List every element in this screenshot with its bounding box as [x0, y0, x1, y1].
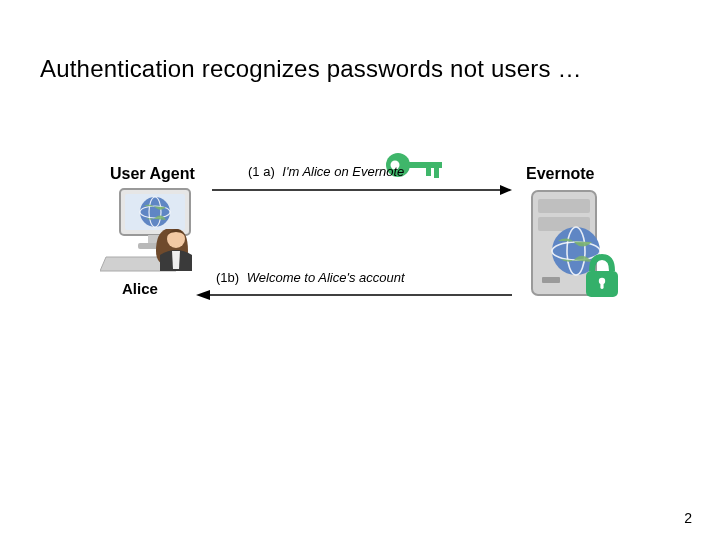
label-alice: Alice: [122, 280, 158, 297]
message-1b-text: (1b) Welcome to Alice's account: [216, 270, 405, 285]
slide-title: Authentication recognizes passwords not …: [40, 55, 582, 83]
slide-canvas: Authentication recognizes passwords not …: [0, 0, 720, 540]
message-1a-text: (1 a) I'm Alice on Evernote: [248, 164, 404, 179]
message-1b: (1b) Welcome to Alice's account: [196, 274, 512, 302]
svg-marker-26: [196, 290, 210, 300]
label-user-agent: User Agent: [110, 165, 195, 183]
svg-rect-17: [600, 282, 603, 289]
page-number: 2: [684, 510, 692, 526]
message-1a: (1 a) I'm Alice on Evernote: [212, 165, 512, 195]
message-1b-tag: (1b): [216, 270, 239, 285]
message-1a-tag: (1 a): [248, 164, 275, 179]
arrow-right-icon: [212, 183, 512, 197]
svg-point-2: [140, 197, 170, 227]
arrow-left-icon: [196, 288, 512, 302]
server-icon: [520, 185, 630, 305]
svg-marker-24: [500, 185, 512, 195]
message-1a-body: I'm Alice on Evernote: [282, 164, 404, 179]
message-1b-body: Welcome to Alice's account: [247, 270, 405, 285]
label-evernote: Evernote: [526, 165, 594, 183]
svg-rect-9: [538, 199, 590, 213]
svg-rect-11: [542, 277, 560, 283]
user-agent-icon: [100, 185, 205, 275]
